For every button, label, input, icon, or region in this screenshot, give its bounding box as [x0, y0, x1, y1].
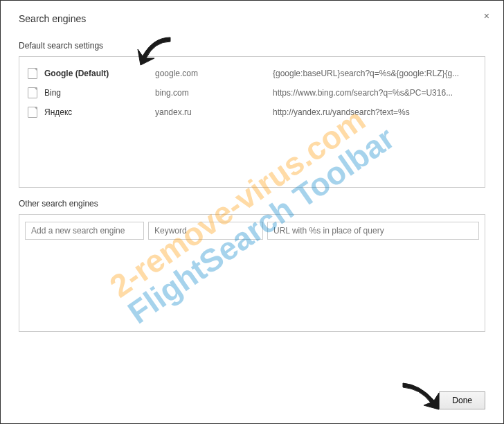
new-engine-name-input[interactable]: [25, 222, 144, 240]
page-icon: [28, 87, 37, 98]
new-engine-url-input[interactable]: [267, 222, 479, 240]
engine-row[interactable]: Bing bing.com https://www.bing.com/searc…: [25, 83, 479, 103]
page-icon: [28, 107, 37, 118]
engine-name: Google (Default): [44, 69, 148, 78]
engine-row[interactable]: Яндекс yandex.ru http://yandex.ru/yandse…: [25, 103, 479, 122]
new-engine-keyword-input[interactable]: [148, 222, 263, 240]
search-engines-dialog: × Search engines Default search settings…: [1, 1, 503, 423]
engine-url: http://yandex.ru/yandsearch?text=%s: [273, 107, 476, 117]
add-engine-row: [25, 222, 479, 240]
engine-url: {google:baseURL}search?q=%s&{google:RLZ}…: [273, 69, 476, 78]
default-section-header: Default search settings: [19, 41, 485, 51]
engine-name: Яндекс: [44, 107, 148, 117]
engine-url: https://www.bing.com/search?q=%s&PC=U316…: [273, 88, 476, 98]
default-engines-list: Google (Default) google.com {google:base…: [19, 56, 485, 188]
done-button[interactable]: Done: [439, 391, 485, 409]
engine-keyword: yandex.ru: [155, 107, 266, 117]
other-section-header: Other search engines: [19, 199, 485, 209]
page-icon: [28, 68, 37, 79]
engine-keyword: bing.com: [155, 88, 266, 98]
close-icon: ×: [484, 10, 489, 21]
close-button[interactable]: ×: [484, 10, 489, 21]
dialog-title: Search engines: [19, 13, 485, 24]
engine-row[interactable]: Google (Default) google.com {google:base…: [25, 64, 479, 83]
engine-keyword: google.com: [155, 69, 266, 78]
other-engines-box: [19, 214, 485, 332]
engine-name: Bing: [44, 88, 148, 98]
